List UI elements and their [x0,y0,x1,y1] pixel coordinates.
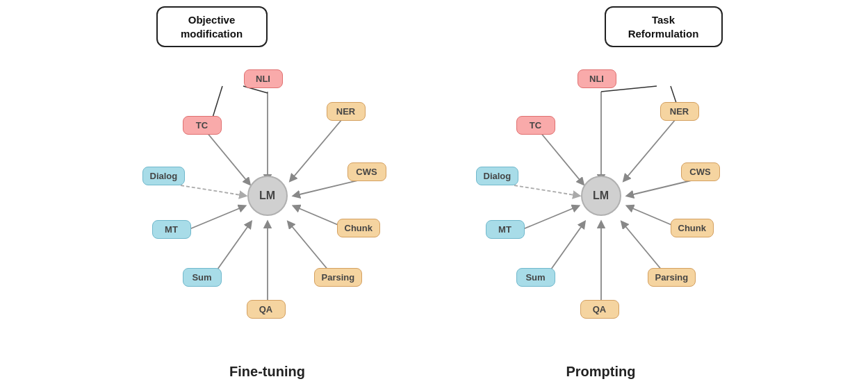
node-dialog-left: Dialog [142,167,186,185]
node-qa-right: QA [580,300,619,319]
node-cws-right: CWS [681,162,720,181]
node-qa-left: QA [247,300,286,319]
node-ner-right: NER [660,102,699,121]
fine-tuning-diagram: LM NLI TC NER CWS Chunk Parsing QA Sum M… [122,50,413,355]
svg-line-24 [514,185,579,196]
node-parsing-left: Parsing [314,268,363,287]
node-mt-right: MT [486,220,525,239]
node-chunk-left: Chunk [337,219,380,237]
task-reformulation-callout: Task Reformulation [605,6,723,47]
node-tc-left: TC [183,116,222,135]
fine-tuning-section: Objective modification [122,6,413,380]
lm-center-left: LM [247,176,288,216]
callout-text: Objective modification [181,14,243,40]
prompting-section: Task Reformulation [455,6,747,380]
objective-modification-callout: Objective modification [156,6,268,47]
prompting-title: Prompting [566,364,636,380]
node-nli-right: NLI [578,69,616,88]
node-dialog-right: Dialog [476,167,519,185]
node-parsing-right: Parsing [648,268,696,287]
svg-line-17 [624,119,675,181]
prompting-diagram: LM NLI TC NER CWS Chunk Parsing QA Sum M… [455,50,747,355]
main-container: Objective modification [0,0,868,386]
svg-line-3 [290,119,342,181]
node-sum-right: Sum [516,268,555,287]
svg-line-11 [206,132,249,184]
node-sum-left: Sum [183,268,222,287]
callout-text-right: Task Reformulation [628,14,699,40]
svg-line-23 [516,206,578,232]
lm-center-right: LM [581,176,621,216]
node-tc-right: TC [516,116,555,135]
svg-line-10 [181,185,245,196]
node-chunk-right: Chunk [671,219,714,237]
node-cws-left: CWS [347,162,386,181]
node-ner-left: NER [327,102,366,121]
fine-tuning-title: Fine-tuning [229,364,305,380]
node-mt-left: MT [152,220,191,239]
node-nli-left: NLI [244,69,283,88]
svg-line-9 [183,206,245,232]
svg-line-25 [540,132,583,184]
